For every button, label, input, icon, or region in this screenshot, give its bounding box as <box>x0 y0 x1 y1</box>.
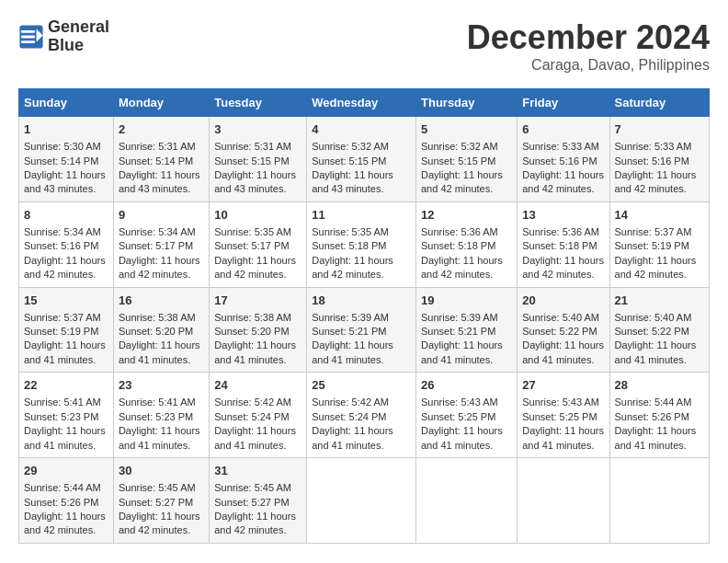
sunset: Sunset: 5:21 PM <box>312 326 386 337</box>
calendar-cell: 1Sunrise: 5:30 AMSunset: 5:14 PMDaylight… <box>19 117 114 202</box>
sunset: Sunset: 5:19 PM <box>24 326 98 337</box>
day-number: 5 <box>421 121 512 138</box>
sunset: Sunset: 5:23 PM <box>24 411 98 422</box>
daylight: Daylight: 11 hours and 42 minutes. <box>615 255 697 280</box>
day-number: 9 <box>119 207 204 224</box>
daylight: Daylight: 11 hours and 42 minutes. <box>615 169 697 194</box>
sunset: Sunset: 5:15 PM <box>312 155 386 167</box>
daylight: Daylight: 11 hours and 41 minutes. <box>312 425 393 450</box>
sunset: Sunset: 5:26 PM <box>24 497 98 508</box>
daylight: Daylight: 11 hours and 41 minutes. <box>312 339 393 364</box>
svg-rect-2 <box>21 30 35 33</box>
sunset: Sunset: 5:27 PM <box>119 497 193 508</box>
sunset: Sunset: 5:26 PM <box>615 411 689 422</box>
logo: General Blue <box>18 18 109 55</box>
sunset: Sunset: 5:16 PM <box>24 240 98 251</box>
calendar-cell: 12Sunrise: 5:36 AMSunset: 5:18 PMDayligh… <box>416 201 518 287</box>
calendar-header-row: Sunday Monday Tuesday Wednesday Thursday… <box>19 89 710 117</box>
sunset: Sunset: 5:14 PM <box>24 155 98 167</box>
daylight: Daylight: 11 hours and 42 minutes. <box>522 255 604 280</box>
calendar-cell <box>307 458 416 544</box>
day-number: 31 <box>214 463 301 479</box>
daylight: Daylight: 11 hours and 41 minutes. <box>421 339 503 364</box>
day-number: 25 <box>312 377 411 394</box>
daylight: Daylight: 11 hours and 41 minutes. <box>119 425 200 450</box>
daylight: Daylight: 11 hours and 41 minutes. <box>119 339 200 364</box>
col-tuesday: Tuesday <box>210 89 307 117</box>
calendar-cell: 17Sunrise: 5:38 AMSunset: 5:20 PMDayligh… <box>210 287 307 373</box>
sunrise: Sunrise: 5:32 AM <box>312 141 389 152</box>
col-sunday: Sunday <box>19 89 114 117</box>
sunrise: Sunrise: 5:42 AM <box>214 396 291 408</box>
daylight: Daylight: 11 hours and 42 minutes. <box>24 511 106 535</box>
sunset: Sunset: 5:20 PM <box>119 326 193 337</box>
sunrise: Sunrise: 5:33 AM <box>615 141 692 152</box>
calendar-cell: 5Sunrise: 5:32 AMSunset: 5:15 PMDaylight… <box>416 117 518 202</box>
subtitle: Caraga, Davao, Philippines <box>467 57 710 74</box>
calendar-cell: 13Sunrise: 5:36 AMSunset: 5:18 PMDayligh… <box>518 201 609 287</box>
title-block: December 2024 Caraga, Davao, Philippines <box>467 18 710 74</box>
calendar-cell: 19Sunrise: 5:39 AMSunset: 5:21 PMDayligh… <box>416 287 518 373</box>
svg-rect-4 <box>21 40 35 43</box>
calendar-cell: 14Sunrise: 5:37 AMSunset: 5:19 PMDayligh… <box>609 201 709 287</box>
sunset: Sunset: 5:22 PM <box>522 326 597 337</box>
daylight: Daylight: 11 hours and 41 minutes. <box>615 425 697 450</box>
daylight: Daylight: 11 hours and 41 minutes. <box>24 425 106 450</box>
sunset: Sunset: 5:22 PM <box>615 326 689 337</box>
day-number: 8 <box>24 207 108 224</box>
daylight: Daylight: 11 hours and 42 minutes. <box>421 255 503 280</box>
day-number: 19 <box>421 293 512 309</box>
col-friday: Friday <box>518 89 609 117</box>
day-number: 21 <box>615 293 704 309</box>
day-number: 13 <box>522 207 604 224</box>
day-number: 14 <box>615 207 704 224</box>
sunrise: Sunrise: 5:36 AM <box>421 226 498 237</box>
day-number: 15 <box>24 293 108 309</box>
sunset: Sunset: 5:18 PM <box>312 240 386 251</box>
sunrise: Sunrise: 5:34 AM <box>119 226 196 237</box>
sunset: Sunset: 5:19 PM <box>615 240 689 251</box>
sunrise: Sunrise: 5:34 AM <box>24 226 101 237</box>
sunset: Sunset: 5:21 PM <box>421 326 495 337</box>
logo-line1: General <box>48 18 109 37</box>
sunrise: Sunrise: 5:38 AM <box>214 312 291 323</box>
day-number: 11 <box>312 207 411 224</box>
day-number: 17 <box>214 293 301 309</box>
col-monday: Monday <box>113 89 209 117</box>
calendar-cell: 22Sunrise: 5:41 AMSunset: 5:23 PMDayligh… <box>19 373 114 458</box>
day-number: 30 <box>119 463 204 479</box>
sunrise: Sunrise: 5:33 AM <box>522 141 599 152</box>
sunset: Sunset: 5:16 PM <box>615 155 689 167</box>
day-number: 24 <box>214 377 301 394</box>
calendar-cell: 2Sunrise: 5:31 AMSunset: 5:14 PMDaylight… <box>113 117 209 202</box>
calendar-week-row: 1Sunrise: 5:30 AMSunset: 5:14 PMDaylight… <box>19 117 710 202</box>
sunrise: Sunrise: 5:30 AM <box>24 141 101 152</box>
calendar-cell: 6Sunrise: 5:33 AMSunset: 5:16 PMDaylight… <box>518 117 609 202</box>
sunrise: Sunrise: 5:37 AM <box>24 312 101 323</box>
sunrise: Sunrise: 5:41 AM <box>119 396 196 408</box>
calendar-cell: 28Sunrise: 5:44 AMSunset: 5:26 PMDayligh… <box>609 373 709 458</box>
calendar-cell: 23Sunrise: 5:41 AMSunset: 5:23 PMDayligh… <box>113 373 209 458</box>
calendar-table: Sunday Monday Tuesday Wednesday Thursday… <box>18 88 710 544</box>
sunrise: Sunrise: 5:43 AM <box>421 396 498 408</box>
sunrise: Sunrise: 5:35 AM <box>214 226 291 237</box>
sunset: Sunset: 5:17 PM <box>119 240 193 251</box>
page-header: General Blue December 2024 Caraga, Davao… <box>18 18 710 74</box>
calendar-cell: 21Sunrise: 5:40 AMSunset: 5:22 PMDayligh… <box>609 287 709 373</box>
daylight: Daylight: 11 hours and 41 minutes. <box>24 339 106 364</box>
sunset: Sunset: 5:16 PM <box>522 155 597 167</box>
daylight: Daylight: 11 hours and 42 minutes. <box>421 169 503 194</box>
calendar-cell: 11Sunrise: 5:35 AMSunset: 5:18 PMDayligh… <box>307 201 416 287</box>
day-number: 26 <box>421 377 512 394</box>
sunrise: Sunrise: 5:31 AM <box>119 141 196 152</box>
calendar-week-row: 22Sunrise: 5:41 AMSunset: 5:23 PMDayligh… <box>19 373 710 458</box>
daylight: Daylight: 11 hours and 41 minutes. <box>421 425 503 450</box>
svg-rect-3 <box>21 35 35 38</box>
sunset: Sunset: 5:15 PM <box>214 155 289 167</box>
daylight: Daylight: 11 hours and 43 minutes. <box>119 169 200 194</box>
calendar-cell: 24Sunrise: 5:42 AMSunset: 5:24 PMDayligh… <box>210 373 307 458</box>
calendar-cell: 16Sunrise: 5:38 AMSunset: 5:20 PMDayligh… <box>113 287 209 373</box>
sunrise: Sunrise: 5:45 AM <box>119 482 196 493</box>
sunrise: Sunrise: 5:40 AM <box>615 312 692 323</box>
daylight: Daylight: 11 hours and 42 minutes. <box>522 169 604 194</box>
